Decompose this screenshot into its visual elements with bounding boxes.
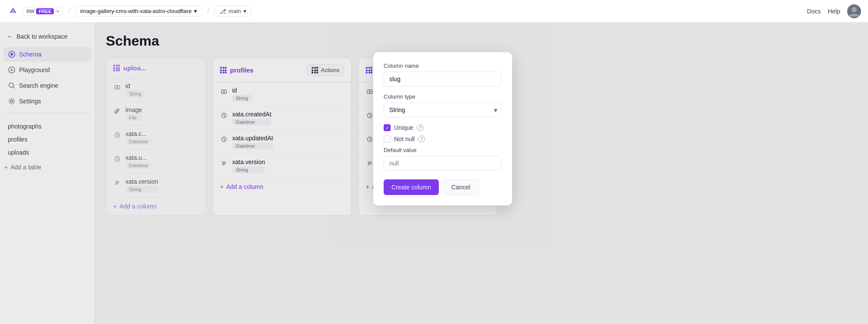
user-initials: RW — [26, 9, 34, 14]
docs-link[interactable]: Docs — [807, 8, 821, 15]
column-name-field: Column name — [384, 63, 502, 86]
not-null-checkbox[interactable] — [384, 136, 391, 142]
column-name-label: Column name — [384, 63, 502, 69]
branch-name: main — [229, 8, 241, 14]
unique-checkbox[interactable] — [384, 124, 391, 131]
project-chevron-icon: ▾ — [194, 8, 197, 14]
plan-label: FREE — [36, 8, 54, 14]
column-type-wrapper: String Integer Float Boolean Datetime Te… — [384, 102, 502, 117]
unique-checkbox-row: Unique ? — [384, 124, 502, 131]
column-type-label: Column type — [384, 93, 502, 100]
nav-right: Docs Help — [807, 4, 861, 18]
default-value-input[interactable] — [384, 156, 502, 171]
project-selector[interactable]: image-gallery-cms-with-xata-astro-cloudf… — [76, 6, 202, 17]
column-type-field: Column type String Integer Float Boolean… — [384, 93, 502, 117]
column-type-select[interactable]: String Integer Float Boolean Datetime Te… — [384, 102, 502, 117]
create-column-button[interactable]: Create column — [384, 179, 439, 195]
add-column-modal: Column name Column type String Integer F… — [373, 52, 512, 205]
default-value-label: Default value — [384, 147, 502, 153]
cancel-button[interactable]: Cancel — [443, 179, 479, 195]
nav-separator-2: / — [207, 7, 209, 15]
svg-point-0 — [852, 7, 857, 12]
logo — [7, 5, 19, 17]
top-nav: RW FREE ▾ / image-gallery-cms-with-xata-… — [0, 0, 868, 23]
column-name-input[interactable] — [384, 72, 502, 86]
user-avatar[interactable] — [847, 4, 861, 18]
unique-label: Unique — [394, 124, 413, 131]
not-null-label: Not null — [394, 136, 414, 142]
chevron-down-icon: ▾ — [56, 8, 59, 14]
project-name: image-gallery-cms-with-xata-astro-cloudf… — [80, 8, 191, 14]
branch-selector[interactable]: ⎇ main ▾ — [214, 6, 251, 17]
branch-icon: ⎇ — [219, 8, 226, 15]
not-null-help-icon[interactable]: ? — [418, 136, 425, 142]
help-link[interactable]: Help — [828, 8, 840, 15]
not-null-checkbox-row: Not null ? — [384, 136, 502, 142]
default-value-field: Default value — [384, 147, 502, 171]
modal-buttons: Create column Cancel — [384, 179, 502, 195]
branch-chevron-icon: ▾ — [243, 8, 247, 14]
user-plan-badge[interactable]: RW FREE ▾ — [23, 7, 63, 16]
unique-help-icon[interactable]: ? — [417, 124, 424, 131]
nav-separator: / — [68, 7, 70, 15]
